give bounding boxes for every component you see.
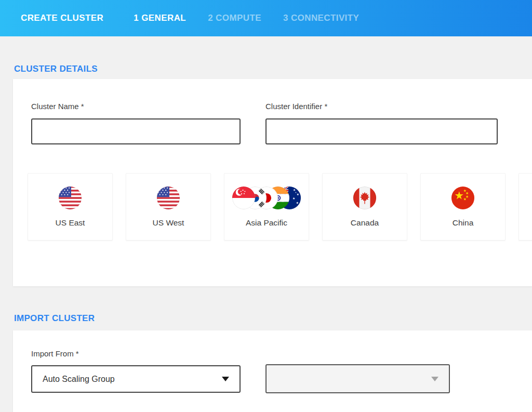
import-cluster-card: Import From * Auto Scaling Group [13, 330, 532, 412]
region-tile-us-west[interactable]: US West [126, 173, 211, 241]
import-from-selected-value: Auto Scaling Group [43, 375, 222, 384]
region-tile-partial[interactable] [518, 173, 532, 241]
cluster-identifier-input[interactable] [265, 118, 498, 144]
wizard-step-tabs: 1 GENERAL 2 COMPUTE 3 CONNECTIVITY [134, 13, 359, 23]
tab-connectivity[interactable]: 3 CONNECTIVITY [283, 13, 359, 23]
canada-flag-icon [353, 186, 377, 210]
region-tile-asia-pacific[interactable]: Asia Pacific [224, 173, 309, 241]
import-from-label: Import From * [31, 349, 79, 358]
region-tile-china[interactable]: China [420, 173, 506, 241]
region-tile-us-east[interactable]: US East [28, 173, 113, 241]
cluster-name-label: Cluster Name * [31, 102, 84, 111]
tab-general[interactable]: 1 GENERAL [134, 13, 186, 23]
region-label: US West [153, 218, 184, 228]
page-title: CREATE CLUSTER [21, 13, 103, 23]
region-label: Asia Pacific [246, 218, 287, 228]
region-label: Canada [351, 218, 379, 228]
chevron-down-icon [431, 377, 438, 381]
us-flag-icon [58, 186, 82, 210]
us-flag-icon [156, 186, 180, 210]
region-tile-row: US East US West Asia Pacific Canada Chin… [28, 173, 532, 241]
import-from-select[interactable]: Auto Scaling Group [31, 365, 241, 393]
region-label: China [453, 218, 474, 228]
chevron-down-icon [222, 377, 229, 381]
region-tile-canada[interactable]: Canada [322, 173, 407, 241]
import-cluster-heading: IMPORT CLUSTER [14, 313, 95, 324]
asia-pacific-flags-icon [232, 186, 301, 210]
region-label: US East [56, 218, 85, 228]
china-flag-icon [451, 186, 475, 210]
cluster-identifier-label: Cluster Identifier * [265, 102, 327, 111]
cluster-details-heading: CLUSTER DETAILS [14, 64, 98, 74]
wizard-header: CREATE CLUSTER 1 GENERAL 2 COMPUTE 3 CON… [0, 0, 532, 36]
cluster-details-card: Cluster Name * Cluster Identifier * US E… [13, 79, 532, 286]
tab-compute[interactable]: 2 COMPUTE [208, 13, 261, 23]
cluster-name-input[interactable] [31, 118, 241, 144]
import-secondary-select[interactable] [265, 364, 450, 393]
singapore-flag-icon [232, 186, 256, 210]
